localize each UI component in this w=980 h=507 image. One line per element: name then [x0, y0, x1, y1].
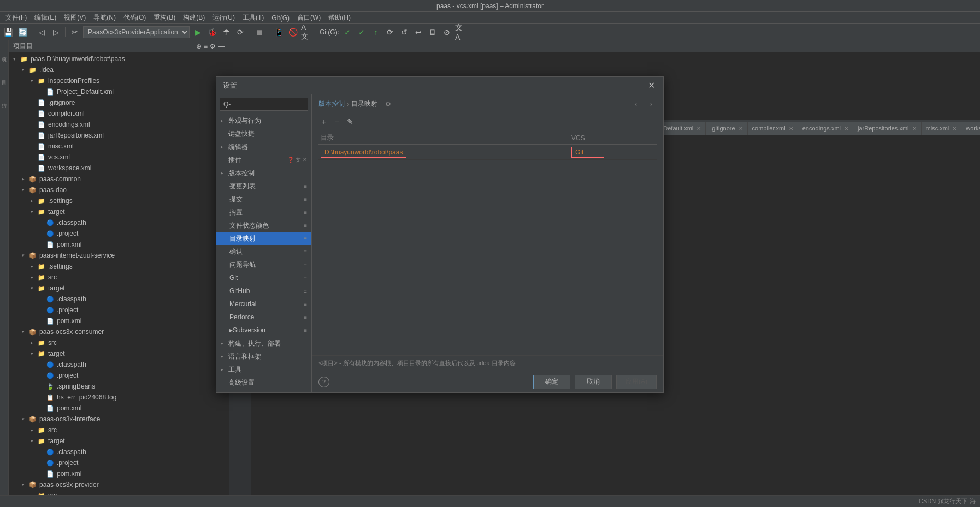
tree-zuul-pom[interactable]: ▸ 📄 pom.xml	[9, 315, 229, 326]
tree-vcs-xml[interactable]: ▸ 📄 vcs.xml	[9, 152, 229, 163]
panel-header-btn-4[interactable]: —	[218, 43, 225, 50]
nav-editor[interactable]: ▸ 编辑器	[216, 140, 311, 153]
toolbar-git-revert-btn[interactable]: ↩	[412, 26, 424, 38]
tree-dao-target[interactable]: ▾ 📁 target	[9, 206, 229, 217]
toolbar-sync-btn[interactable]: 🔄	[16, 26, 28, 38]
nav-search-input[interactable]	[220, 98, 308, 111]
content-nav-forward-btn[interactable]: ›	[646, 99, 657, 110]
toolbar-stop-btn[interactable]: ⏹	[253, 26, 265, 38]
tree-paas-provider[interactable]: ▾ 📦 paas-ocs3x-provider	[9, 479, 229, 490]
nav-vcs[interactable]: ▸ 版本控制	[216, 166, 311, 180]
nav-issue-nav[interactable]: 问题导航 ≡	[216, 258, 311, 271]
tree-project-default-xml[interactable]: ▸ 📄 Project_Default.xml	[9, 86, 229, 97]
tree-consumer-springbeans[interactable]: ▸ 🍃 .springBeans	[9, 381, 229, 392]
nav-tools[interactable]: ▸ 工具	[216, 363, 311, 376]
nav-confirm[interactable]: 确认 ≡	[216, 245, 311, 258]
tree-zuul-target[interactable]: ▾ 📁 target	[9, 283, 229, 294]
toolbar-git-update-btn[interactable]: ⟳	[384, 26, 396, 38]
dialog-cancel-btn[interactable]: 取消	[575, 375, 612, 389]
tree-paas-common[interactable]: ▸ 📦 paas-common	[9, 174, 229, 184]
tree-inspectionprofiles[interactable]: ▾ 📁 inspectionProfiles	[9, 75, 229, 86]
tree-consumer-src[interactable]: ▸ 📁 src	[9, 337, 229, 348]
toolbar-cut-btn[interactable]: ✂	[69, 26, 81, 38]
nav-commit[interactable]: 提交 ≡	[216, 193, 311, 206]
toolbar-git-check-btn[interactable]: ✓	[341, 26, 353, 38]
dialog-confirm-btn[interactable]: 确定	[533, 375, 570, 389]
tree-dao-classpath[interactable]: ▸ 🔵 .classpath	[9, 217, 229, 228]
tree-compiler-xml[interactable]: ▸ 📄 compiler.xml	[9, 108, 229, 119]
menu-git[interactable]: Git(G)	[268, 13, 293, 23]
remove-mapping-btn[interactable]: −	[332, 116, 343, 127]
menu-run[interactable]: 运行(U)	[209, 12, 238, 23]
tree-consumer-classpath[interactable]: ▸ 🔵 .classpath	[9, 359, 229, 370]
nav-dir-mapping[interactable]: 目录映射 ≡	[216, 232, 311, 245]
menu-code[interactable]: 代码(O)	[120, 12, 149, 23]
side-tab-1[interactable]: 项	[1, 43, 8, 64]
tree-zuul-project[interactable]: ▸ 🔵 .project	[9, 305, 229, 315]
menu-tools[interactable]: 工具(T)	[239, 12, 267, 23]
panel-header-btn-1[interactable]: ⊕	[196, 43, 202, 50]
toolbar-coverage-btn[interactable]: ☂	[220, 26, 232, 38]
tree-jar-repositories-xml[interactable]: ▸ 📄 jarRepositories.xml	[9, 130, 229, 141]
tree-zuul-src[interactable]: ▸ 📁 src	[9, 272, 229, 283]
side-tab-2[interactable]: 目	[1, 65, 8, 87]
toolbar-device-btn[interactable]: 🖥	[427, 26, 439, 38]
toolbar-android-btn[interactable]: 📱	[273, 26, 285, 38]
tree-paas-interface[interactable]: ▾ 📦 paas-ocs3x-interface	[9, 414, 229, 425]
toolbar-git-history-btn[interactable]: ↺	[398, 26, 410, 38]
tree-consumer-log[interactable]: ▸ 📋 hs_err_pid24068.log	[9, 392, 229, 403]
menu-edit[interactable]: 编辑(E)	[31, 12, 60, 23]
breadcrumb-vcs-link[interactable]: 版本控制	[318, 99, 345, 109]
toolbar-no2-btn[interactable]: ⊘	[441, 26, 453, 38]
toolbar-lang-btn[interactable]: 文A	[455, 26, 467, 38]
toolbar-git-up-btn[interactable]: ↑	[370, 26, 382, 38]
menu-nav[interactable]: 导航(N)	[90, 12, 119, 23]
nav-shelve[interactable]: 搁置 ≡	[216, 206, 311, 219]
side-tab-3[interactable]: 结	[1, 88, 8, 110]
tree-interface-classpath[interactable]: ▸ 🔵 .classpath	[9, 446, 229, 457]
nav-advanced[interactable]: ▸ 高级设置	[216, 376, 311, 389]
menu-help[interactable]: 帮助(H)	[325, 12, 354, 23]
nav-mybatisx[interactable]: ▸ MybatisX	[216, 389, 311, 392]
tree-zuul-settings[interactable]: ▸ 📁 .settings	[9, 261, 229, 272]
nav-keyboard[interactable]: ▸ 键盘快捷	[216, 127, 311, 140]
toolbar-profile-btn[interactable]: ⟳	[234, 26, 246, 38]
add-mapping-btn[interactable]: +	[318, 116, 329, 127]
nav-appearance[interactable]: ▸ 外观与行为	[216, 114, 311, 127]
tree-consumer-target[interactable]: ▾ 📁 target	[9, 348, 229, 359]
toolbar-save-btn[interactable]: 💾	[2, 26, 14, 38]
nav-plugins[interactable]: ▸ 插件 ❓ 文 ✕	[216, 153, 311, 166]
menu-refactor[interactable]: 重构(B)	[150, 12, 179, 23]
nav-lang-framework[interactable]: ▸ 语言和框架	[216, 350, 311, 363]
tree-paas-dao[interactable]: ▾ 📦 paas-dao	[9, 184, 229, 195]
nav-git[interactable]: Git ≡	[216, 271, 311, 284]
menu-window[interactable]: 窗口(W)	[294, 12, 324, 23]
tree-dao-pom[interactable]: ▸ 📄 pom.xml	[9, 239, 229, 250]
nav-changelist[interactable]: 变更列表 ≡	[216, 180, 311, 193]
nav-subversion[interactable]: ▸ Subversion ≡	[216, 324, 311, 337]
panel-header-btn-3[interactable]: ⚙	[210, 43, 216, 50]
run-config-selector[interactable]: PaasOcs3xProviderApplication	[83, 26, 190, 38]
menu-file[interactable]: 文件(F)	[2, 12, 30, 23]
panel-header-btn-2[interactable]: ≡	[204, 43, 208, 50]
menu-build[interactable]: 构建(B)	[180, 12, 208, 23]
toolbar-debug-btn[interactable]: 🐞	[206, 26, 218, 38]
toolbar-back-btn[interactable]: ◁	[36, 26, 48, 38]
toolbar-translate-btn[interactable]: A文	[301, 26, 313, 38]
content-settings-icon[interactable]: ⚙	[385, 100, 391, 108]
menu-view[interactable]: 视图(V)	[61, 12, 89, 23]
tree-root[interactable]: ▾ 📁 paas D:\huayunworld\robot\paas	[9, 53, 229, 64]
nav-github[interactable]: GitHub ≡	[216, 284, 311, 297]
tree-consumer-project[interactable]: ▸ 🔵 .project	[9, 370, 229, 381]
toolbar-forward-btn[interactable]: ▷	[50, 26, 62, 38]
tree-zuul-classpath[interactable]: ▸ 🔵 .classpath	[9, 294, 229, 305]
tree-misc-xml[interactable]: ▸ 📄 misc.xml	[9, 141, 229, 152]
tree-interface-project[interactable]: ▸ 🔵 .project	[9, 457, 229, 468]
tree-idea[interactable]: ▾ 📁 .idea	[9, 64, 229, 75]
tree-workspace-xml[interactable]: ▸ 📄 workspace.xml	[9, 163, 229, 174]
tree-dao-project[interactable]: ▸ 🔵 .project	[9, 228, 229, 239]
nav-filestatus[interactable]: 文件状态颜色 ≡	[216, 219, 311, 232]
tree-consumer-pom[interactable]: ▸ 📄 pom.xml	[9, 403, 229, 414]
nav-perforce[interactable]: Perforce ≡	[216, 311, 311, 324]
tree-paas-consumer[interactable]: ▾ 📦 paas-ocs3x-consumer	[9, 326, 229, 337]
